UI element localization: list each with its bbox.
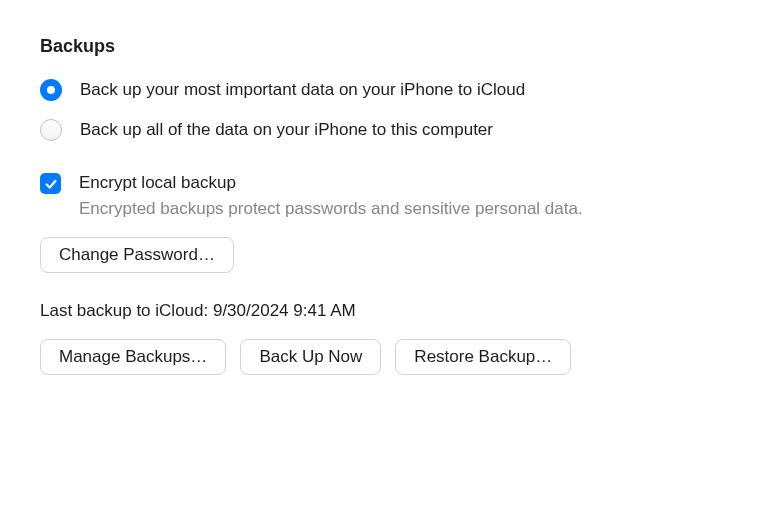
- change-password-row: Change Password…: [40, 237, 724, 273]
- restore-backup-button[interactable]: Restore Backup…: [395, 339, 571, 375]
- backup-to-icloud-option[interactable]: Back up your most important data on your…: [40, 79, 724, 101]
- backup-actions-row: Manage Backups… Back Up Now Restore Back…: [40, 339, 724, 375]
- encrypt-group: Encrypt local backup Encrypted backups p…: [40, 173, 724, 273]
- encrypt-local-backup-checkbox[interactable]: Encrypt local backup Encrypted backups p…: [40, 173, 724, 219]
- manage-backups-button[interactable]: Manage Backups…: [40, 339, 226, 375]
- change-password-button[interactable]: Change Password…: [40, 237, 234, 273]
- backup-to-computer-option[interactable]: Back up all of the data on your iPhone t…: [40, 119, 724, 141]
- encrypt-description: Encrypted backups protect passwords and …: [79, 199, 583, 219]
- encrypt-label: Encrypt local backup: [79, 173, 583, 193]
- radio-unselected-icon: [40, 119, 62, 141]
- back-up-now-button[interactable]: Back Up Now: [240, 339, 381, 375]
- option-label-icloud: Back up your most important data on your…: [80, 80, 525, 100]
- last-backup-status: Last backup to iCloud: 9/30/2024 9:41 AM: [40, 301, 724, 321]
- checkbox-checked-icon: [40, 173, 61, 194]
- option-label-computer: Back up all of the data on your iPhone t…: [80, 120, 493, 140]
- radio-selected-icon: [40, 79, 62, 101]
- section-title: Backups: [40, 36, 724, 57]
- encrypt-text-group: Encrypt local backup Encrypted backups p…: [79, 173, 583, 219]
